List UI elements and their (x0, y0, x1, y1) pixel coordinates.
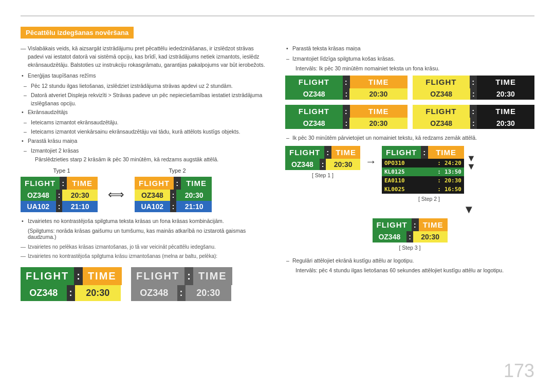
right-r2b2-row: OZ348 : 20:30 (413, 118, 535, 129)
steps-area: FLIGHT : TIME OZ348 : 20:30 [ Step 1 ] (285, 146, 534, 273)
step2-time: TIME (428, 146, 464, 159)
double-arrow: ⟺ (108, 188, 124, 201)
step1-time-val: 20:30 (326, 159, 360, 170)
scroll-r1-right: 24:20 (442, 159, 464, 167)
down-arrows: ▼ ▼ (466, 154, 476, 171)
right-boards-grid: FLIGHT : TIME OZ348 : 20:30 FLIGHT : (285, 76, 534, 129)
right-r2b2-time: TIME (477, 105, 534, 118)
right-r2b2-header: FLIGHT : TIME (413, 105, 535, 118)
right-r2b2-colon: : (470, 105, 477, 118)
bottom-board1-colon: : (74, 267, 83, 285)
right-dash3-sub: Intervāls: pēc 4 stundu ilgas lietošanas… (285, 267, 534, 273)
type2-colon1: : (170, 190, 177, 201)
right-board-r1b1: FLIGHT : TIME OZ348 : 20:30 (285, 76, 408, 100)
right-r1b1-row: OZ348 : 20:30 (285, 88, 408, 100)
step2-header: FLIGHT : TIME (382, 146, 464, 159)
intro-text: Vislabākais veids, kā aizsargāt izstrādā… (21, 45, 270, 69)
bottom-board1-row: OZ348 : 20:30 (21, 285, 121, 301)
bottom-board2-time-val: 20:30 (186, 285, 232, 301)
right-r1b1-time-val: 20:30 (349, 88, 407, 100)
scroll-r4-colon: : (436, 185, 442, 194)
step1-oz: OZ348 (285, 159, 320, 170)
dash-12h: Pēc 12 stundu ilgas lietošanas, izslēdzi… (21, 82, 270, 90)
step1-row-colon: : (320, 159, 326, 170)
bottom-board1-oz: OZ348 (21, 285, 67, 301)
type2-2030: 20:30 (176, 190, 212, 201)
scroll-r1-left: OPO310 (382, 159, 436, 167)
step2-label: [ Step 2 ] (418, 196, 440, 202)
scroll-r4-left: KL0025 (382, 185, 436, 194)
step2-board: FLIGHT : TIME OPO310 : 24:20 (382, 146, 464, 194)
type2-header-left: FLIGHT (135, 177, 174, 190)
right-r1b1-time: TIME (350, 76, 408, 88)
type1-row2: UA102 : 21:10 (21, 201, 98, 212)
bottom-boards: FLIGHT : TIME OZ348 : 20:30 FLIGHT : (21, 267, 270, 301)
type2-oz348: OZ348 (135, 190, 170, 201)
scroll-row2: KL0125 : 13:50 (382, 167, 464, 176)
step1-flight: FLIGHT (285, 146, 324, 159)
right-r1b2-row-colon: : (470, 88, 477, 100)
right-r2b2-row-colon: : (470, 118, 477, 129)
type2-colon2: : (170, 201, 177, 212)
step3-board: FLIGHT : TIME OZ348 : 20:30 (373, 218, 448, 242)
type1-2110: 21:10 (62, 201, 98, 212)
step1-colon: : (324, 146, 331, 159)
step3-colon: : (412, 218, 419, 231)
scroll-row3: EA0110 : 20:30 (382, 176, 464, 185)
scroll-r3-left: EA0110 (382, 176, 436, 185)
type2-2110: 21:10 (176, 201, 212, 212)
right-r1b1-row-colon: : (343, 88, 349, 100)
right-r1b1-oz: OZ348 (285, 88, 343, 100)
right-board-r1b2: FLIGHT : TIME OZ348 : 20:30 (413, 76, 535, 100)
scroll-r3-right: 20:30 (442, 176, 464, 185)
type1-header-colon: : (60, 177, 67, 190)
dash-gray2: Izvairietes no kontrastējoša spilgtuma k… (21, 252, 270, 260)
dash-screensaver2: Ieteicams izmantot vienkārsainu ekrānsau… (21, 128, 270, 136)
type2-row2: UA102 : 21:10 (135, 201, 212, 212)
bottom-board1-row-colon: : (67, 285, 75, 301)
page-number: 173 (504, 360, 534, 382)
type2-header-right: TIME (181, 177, 212, 190)
page-container: Pēcattēlu izdegšanas novēršana Vislabāka… (0, 0, 555, 392)
top-divider (21, 15, 534, 16)
right-r1b2-flight: FLIGHT (413, 76, 470, 88)
type1-oz348: OZ348 (21, 190, 56, 201)
down-arrow-step3: ▼ (464, 203, 475, 216)
step1-container: FLIGHT : TIME OZ348 : 20:30 [ Step 1 ] (285, 146, 360, 178)
right-bullet1: Parastā teksta krāsas maiņa (285, 45, 534, 53)
scroll-row4: KL0025 : 16:50 (382, 185, 464, 194)
right-r2b2-time-val: 20:30 (477, 118, 534, 129)
step3-area: FLIGHT : TIME OZ348 : 20:30 [ Step 3 ] (285, 218, 534, 251)
right-r2b1-colon: : (343, 105, 350, 118)
bottom-board2-row-colon: : (177, 285, 186, 301)
left-column: Vislabākais veids, kā aizsargāt izstrādā… (21, 45, 270, 301)
bullet-contrast-sub: (Spilgtums: norāda krāsas gaišumu un tum… (21, 228, 270, 240)
step3-row: OZ348 : 20:30 (373, 231, 448, 242)
right-dash2: Ik pēc 30 minūtēm pārvietojiet un nomain… (285, 134, 534, 142)
type1-row1: OZ348 : 20:30 (21, 190, 98, 201)
right-r1b2-header: FLIGHT : TIME (413, 76, 535, 88)
step3-time-val: 20:30 (413, 231, 448, 242)
type2-header: FLIGHT : TIME (135, 177, 212, 190)
type1-colon1: : (56, 190, 63, 201)
bullet-energy: Enerģijas taupīšanas režīms (21, 72, 270, 80)
down-arrow2: ▼ (466, 162, 476, 171)
right-r1b2-colon: : (470, 76, 477, 88)
dash-2colors: Izmantojiet 2 krāsas (21, 147, 270, 155)
right-r2b1-time-val: 20:30 (349, 118, 407, 129)
right-dash1-sub: Intervāls: Ik pēc 30 minūtēm nomainiet t… (285, 65, 534, 71)
scroll-row1: OPO310 : 24:20 (382, 159, 464, 167)
dash-display: Datorā atveriet Displeja rekvizīti > Str… (21, 91, 270, 108)
step1-time: TIME (331, 146, 360, 159)
right-r1b2-oz: OZ348 (413, 88, 470, 100)
scroll-r2-colon: : (436, 167, 442, 176)
section-title: Pēcattēlu izdegšanas novēršana (21, 27, 134, 39)
right-board-r2b2: FLIGHT : TIME OZ348 : 20:30 (413, 105, 535, 129)
scroll-r4-right: 16:50 (442, 185, 464, 194)
type1-ua102: UA102 (21, 201, 56, 212)
right-r1b2-row: OZ348 : 20:30 (413, 88, 535, 100)
type1-board: FLIGHT : TIME OZ348 : 20:30 UA102 : 21:1… (21, 177, 98, 212)
step1-row: OZ348 : 20:30 (285, 159, 360, 170)
scroll-r2-right: 13:50 (442, 167, 464, 176)
dash-gray1: Izvairietes no pelēkas krāsas izmantošan… (21, 243, 270, 251)
